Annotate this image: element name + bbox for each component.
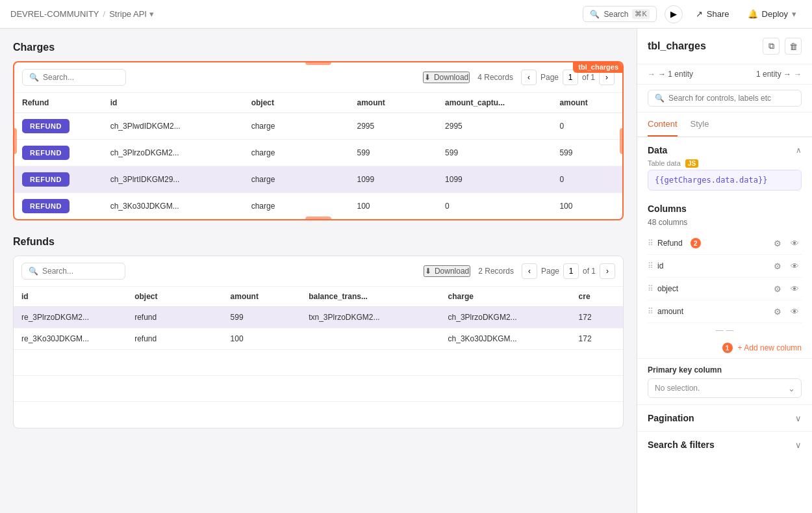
panel-search-area: 🔍 — [637, 85, 812, 112]
add-col-num: 1 — [722, 343, 733, 353]
col-name: Refund — [657, 239, 683, 248]
col-visibility-button[interactable]: 👁 — [787, 259, 802, 273]
panel-search-input[interactable] — [668, 94, 794, 103]
data-section-chevron[interactable]: ∧ — [796, 146, 802, 155]
refunds-search-wrap[interactable]: 🔍 — [21, 263, 125, 280]
refund-button[interactable]: REFUND — [22, 199, 70, 213]
resize-handle-right[interactable] — [620, 128, 624, 154]
copy-button[interactable]: ⧉ — [763, 38, 780, 55]
right-panel: tbl_charges ⧉ 🗑 → → 1 entity 1 entity → … — [637, 29, 812, 513]
charges-prev-page[interactable]: ‹ — [521, 70, 537, 85]
refund-cell: REFUND — [14, 140, 103, 166]
charges-download-button[interactable]: ⬇ Download — [423, 72, 470, 83]
refund-button[interactable]: REFUND — [22, 146, 70, 160]
amount-cell: 100 — [349, 193, 437, 220]
search-icon: 🔍 — [29, 267, 38, 276]
primary-key-label: Primary key column — [648, 365, 802, 375]
id-cell: ch_3Ko30JDKGM... — [103, 193, 244, 220]
columns-list: 48 columns ⠿ Refund 2 ⚙ 👁 — [637, 218, 812, 337]
drag-icon[interactable]: ⠿ — [648, 261, 653, 270]
drag-icon[interactable]: ⠿ — [648, 284, 653, 293]
panel-body: Data ∧ Table data JS {{getCharges.data.d… — [637, 137, 812, 513]
refunds-download-button[interactable]: ⬇ Download — [424, 265, 470, 277]
object-cell: charge — [244, 166, 349, 193]
pagination-section[interactable]: Pagination ∨ — [637, 404, 812, 431]
refund-button[interactable]: REFUND — [22, 119, 70, 133]
col-object: object — [127, 287, 222, 307]
col-left: ⠿ id — [648, 261, 663, 270]
balance-trans-cell — [301, 328, 440, 350]
panel-header-icons: ⧉ 🗑 — [763, 38, 802, 55]
tab-content[interactable]: Content — [648, 112, 678, 137]
refunds-next-page[interactable]: › — [600, 263, 615, 279]
col-badge: 2 — [691, 238, 701, 248]
panel-header: tbl_charges ⧉ 🗑 — [637, 29, 812, 64]
charges-toolbar: 🔍 ⬇ Download 4 Records ‹ Page 1 of 1 › — [14, 62, 622, 93]
deploy-button[interactable]: 🔔 Deploy ▾ — [742, 7, 802, 21]
table-data-value[interactable]: {{getCharges.data.data}} — [648, 170, 802, 191]
cre-cell: 172 — [571, 307, 623, 328]
chevron-icon[interactable]: ▾ — [149, 9, 154, 19]
add-column-button[interactable]: + Add new column — [738, 343, 802, 352]
col-settings-button[interactable]: ⚙ — [770, 259, 785, 273]
table-row-empty — [14, 402, 623, 428]
drag-icon[interactable]: ⠿ — [648, 307, 653, 316]
id-cell: ch_3PlrzoDKGM2... — [103, 140, 244, 166]
refund-cell: REFUND — [14, 113, 103, 140]
refunds-prev-page[interactable]: ‹ — [522, 263, 537, 279]
entity-left-label: → 1 entity — [658, 70, 693, 79]
amount-captured-cell: 2995 — [437, 113, 552, 140]
col-name: amount — [657, 307, 683, 316]
col-id: id — [14, 287, 127, 307]
download-label: Download — [434, 73, 468, 82]
drag-icon[interactable]: ⠿ — [648, 239, 653, 248]
charges-page-label: Page — [540, 73, 559, 82]
panel-title: tbl_charges — [648, 40, 706, 52]
col-visibility-button[interactable]: 👁 — [787, 236, 802, 250]
charges-table-badge: tbl_charges — [573, 61, 624, 73]
resize-handle-bottom[interactable] — [305, 217, 331, 220]
charges-table-container: tbl_charges 🔍 ⬇ Download 4 Records ‹ — [13, 61, 624, 220]
object-cell: charge — [244, 140, 349, 166]
amount-captured-cell: 0 — [437, 193, 552, 220]
charges-section-title: Charges — [13, 42, 624, 53]
col-settings-button[interactable]: ⚙ — [770, 304, 785, 319]
delete-button[interactable]: 🗑 — [785, 38, 802, 55]
col-actions: ⚙ 👁 — [770, 304, 802, 319]
search-button[interactable]: 🔍 Search ⌘K — [583, 6, 656, 22]
refund-button[interactable]: REFUND — [22, 172, 70, 187]
arrow-left-icon: → — [648, 70, 655, 79]
resize-handle-top[interactable] — [305, 61, 331, 65]
charges-search-input[interactable] — [43, 73, 119, 82]
refunds-pagination: ‹ Page 1 of 1 › — [522, 263, 615, 279]
col-visibility-button[interactable]: 👁 — [787, 304, 802, 319]
col-settings-button[interactable]: ⚙ — [770, 282, 785, 296]
id-cell: re_3Ko30JDKGM... — [14, 328, 127, 350]
download-icon: ⬇ — [425, 267, 431, 276]
share-button[interactable]: ↗ Share — [691, 7, 735, 21]
columns-section-header: Columns — [637, 196, 812, 218]
tab-style[interactable]: Style — [691, 112, 709, 137]
charge-cell: ch_3PlrzoDKGM2... — [440, 307, 571, 328]
amount-captured-cell: 1099 — [437, 166, 552, 193]
col-visibility-button[interactable]: 👁 — [787, 282, 802, 296]
refund-cell: REFUND — [14, 166, 103, 193]
charges-search-wrap[interactable]: 🔍 — [22, 69, 126, 86]
refunds-search-input[interactable] — [42, 267, 118, 276]
col-cre: cre — [571, 287, 623, 307]
col-actions: ⚙ 👁 — [770, 236, 802, 250]
primary-key-select[interactable]: No selection. — [648, 378, 802, 398]
panel-search-wrap[interactable]: 🔍 — [648, 90, 802, 107]
refunds-toolbar-right: ⬇ Download 2 Records ‹ Page 1 of 1 › — [424, 263, 615, 279]
search-filters-section[interactable]: Search & filters ∨ — [637, 431, 812, 458]
table-row: re_3Ko30JDKGM... refund 100 ch_3Ko30JDKG… — [14, 328, 623, 350]
project-name: DEVREL-COMMUNITY — [10, 9, 99, 19]
resize-handle-left[interactable] — [13, 128, 17, 154]
search-kbd: ⌘K — [632, 9, 649, 19]
column-item-amount: ⠿ amount ⚙ 👁 — [648, 300, 802, 323]
refunds-table-header: id object amount balance_trans... charge… — [14, 287, 623, 307]
primary-key-section: Primary key column No selection. — [637, 358, 812, 404]
run-button[interactable]: ▶ — [665, 5, 683, 23]
object-cell: charge — [244, 193, 349, 220]
col-settings-button[interactable]: ⚙ — [770, 236, 785, 250]
